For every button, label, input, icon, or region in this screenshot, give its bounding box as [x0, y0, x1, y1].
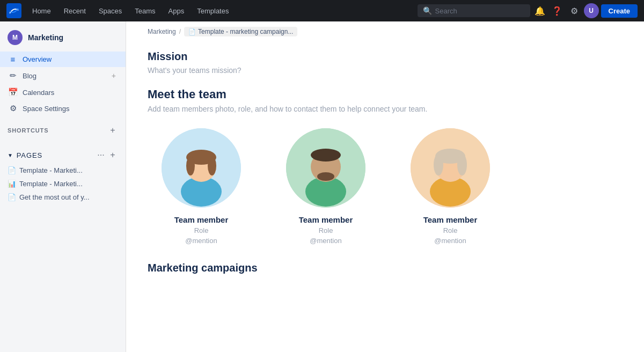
member-role-2: Role	[319, 226, 333, 234]
marketing-campaigns-title: Marketing campaigns	[148, 262, 623, 274]
member-avatar-3	[411, 128, 490, 208]
page-layout: M Marketing ≡ Overview ✏ Blog + 📅 Calend…	[0, 21, 644, 352]
notification-button[interactable]: 🔔	[532, 3, 547, 18]
pages-more-button[interactable]: ···	[96, 150, 106, 160]
svg-point-10	[317, 172, 334, 181]
member-name-2: Team member	[299, 215, 353, 224]
pages-item-template-1[interactable]: 📄 Template - Marketi...	[0, 164, 126, 177]
blog-label: Blog	[23, 72, 36, 80]
member-name-3: Team member	[423, 215, 478, 224]
shortcuts-section-header: SHORTCUTS +	[0, 116, 126, 139]
overview-label: Overview	[23, 55, 52, 63]
svg-point-15	[434, 154, 443, 175]
avatar[interactable]: U	[584, 3, 599, 18]
space-header[interactable]: M Marketing	[0, 26, 126, 49]
member-mention-3: @mention	[434, 237, 466, 245]
nav-home[interactable]: Home	[27, 5, 56, 17]
confluence-logo[interactable]	[6, 3, 21, 18]
member-role-1: Role	[194, 226, 209, 234]
svg-point-4	[186, 156, 195, 175]
nav-templates[interactable]: Templates	[192, 5, 234, 17]
calendars-icon: 📅	[8, 87, 18, 97]
breadcrumb-separator: /	[179, 28, 181, 35]
sidebar-item-space-settings[interactable]: ⚙ Space Settings	[0, 100, 126, 116]
page-doc-icon-1: 📄	[8, 166, 16, 174]
top-navigation: Home Recent Spaces Teams Apps Templates …	[0, 0, 644, 21]
pages-expand-icon: ▼	[8, 152, 13, 158]
meet-team-desc: Add team members photo, role, and how to…	[148, 105, 623, 113]
page-chart-icon: 📊	[8, 180, 16, 188]
create-button[interactable]: Create	[601, 4, 638, 18]
member-avatar-2	[286, 128, 365, 208]
sidebar-navigation: ≡ Overview ✏ Blog + 📅 Calendars ⚙ Space …	[0, 52, 126, 116]
member-name-1: Team member	[174, 215, 229, 224]
sidebar-item-overview[interactable]: ≡ Overview	[0, 52, 126, 67]
blog-add-icon: +	[109, 70, 118, 81]
breadcrumb-marketing[interactable]: Marketing	[148, 28, 176, 35]
settings-icon: ⚙	[8, 104, 18, 113]
space-settings-label: Space Settings	[23, 105, 69, 113]
add-page-button[interactable]: +	[107, 150, 118, 160]
meet-team-title: Meet the team	[148, 87, 623, 101]
sidebar-item-calendars[interactable]: 📅 Calendars	[0, 84, 126, 100]
member-mention-1: @mention	[185, 237, 217, 245]
svg-point-9	[311, 149, 341, 162]
page-item-label-1: Template - Marketi...	[19, 166, 83, 174]
space-name: Marketing	[28, 33, 63, 42]
breadcrumb-tag-label: Template - marketing campaign...	[198, 28, 293, 35]
search-input[interactable]	[435, 7, 525, 15]
mission-title: Mission	[148, 50, 623, 63]
team-members-list: Team member Role @mention	[148, 128, 623, 245]
search-bar[interactable]: 🔍	[418, 4, 530, 17]
svg-point-16	[457, 154, 467, 175]
pages-section-header: ▼ Pages ··· +	[0, 141, 126, 164]
page-item-label-3: Get the most out of y...	[19, 193, 90, 201]
add-shortcut-button[interactable]: +	[107, 125, 118, 136]
calendars-label: Calendars	[23, 89, 54, 97]
member-mention-2: @mention	[310, 237, 341, 245]
main-content: Marketing / 📄 Template - marketing campa…	[126, 21, 644, 352]
overview-icon: ≡	[8, 55, 18, 64]
pages-section-toggle[interactable]: ▼ Pages	[8, 151, 42, 159]
help-button[interactable]: ❓	[550, 3, 565, 18]
sidebar: M Marketing ≡ Overview ✏ Blog + 📅 Calend…	[0, 21, 126, 352]
nav-recent[interactable]: Recent	[58, 5, 91, 17]
blog-icon: ✏	[8, 71, 18, 80]
sidebar-item-blog[interactable]: ✏ Blog +	[0, 67, 126, 84]
space-avatar: M	[8, 30, 23, 45]
team-member-card-1: Team member Role @mention	[148, 128, 255, 245]
team-member-card-3: Team member Role @mention	[397, 128, 504, 245]
member-avatar-1	[162, 128, 241, 208]
nav-apps[interactable]: Apps	[163, 5, 190, 17]
nav-spaces[interactable]: Spaces	[93, 5, 127, 17]
breadcrumb-tag[interactable]: 📄 Template - marketing campaign...	[184, 27, 297, 36]
pages-item-template-2[interactable]: 📊 Template - Marketi...	[0, 177, 126, 190]
svg-point-5	[208, 156, 216, 175]
shortcuts-label: SHORTCUTS	[8, 127, 48, 134]
mission-placeholder: What's your teams mission?	[148, 66, 623, 75]
breadcrumb-tag-icon: 📄	[188, 28, 196, 35]
nav-teams[interactable]: Teams	[129, 5, 160, 17]
search-icon: 🔍	[423, 6, 432, 15]
pages-label: Pages	[17, 151, 42, 159]
page-doc-icon-2: 📄	[8, 193, 16, 201]
member-role-3: Role	[443, 226, 458, 234]
page-item-label-2: Template - Marketi...	[19, 180, 83, 188]
breadcrumb: Marketing / 📄 Template - marketing campa…	[148, 21, 623, 40]
pages-item-get-most[interactable]: 📄 Get the most out of y...	[0, 190, 126, 204]
team-member-card-2: Team member Role @mention	[272, 128, 379, 245]
settings-button[interactable]: ⚙	[567, 3, 582, 18]
